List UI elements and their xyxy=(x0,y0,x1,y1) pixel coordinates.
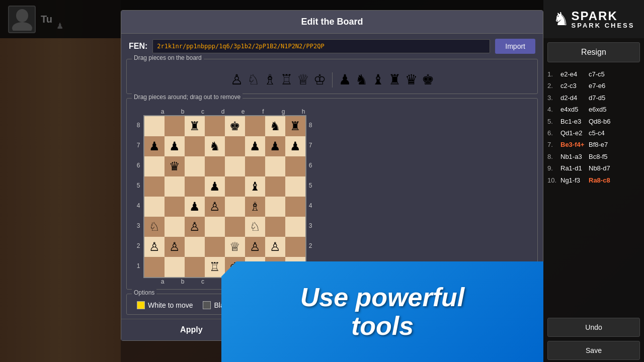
fen-input[interactable] xyxy=(152,39,490,53)
cell-f6[interactable] xyxy=(245,156,265,176)
move-black[interactable]: c7-c5 xyxy=(589,68,615,80)
cell-f5[interactable]: ♝ xyxy=(245,176,265,197)
black-to-move-checkbox[interactable] xyxy=(203,301,211,309)
cell-b8[interactable] xyxy=(165,116,185,136)
cell-b3[interactable] xyxy=(165,217,185,237)
move-white[interactable]: Qd1-e2 xyxy=(560,127,587,139)
cell-d5[interactable]: ♟ xyxy=(205,176,225,197)
move-white[interactable]: e2-e4 xyxy=(560,68,587,80)
cell-d3[interactable] xyxy=(205,217,225,237)
black-king-piece[interactable]: ♚ xyxy=(422,73,434,87)
cell-b6[interactable]: ♛ xyxy=(165,156,185,176)
cell-c6[interactable] xyxy=(185,156,205,176)
cell-b7[interactable]: ♟ xyxy=(165,136,185,156)
move-black[interactable]: e7-e6 xyxy=(589,80,615,92)
move-black[interactable]: Nb8-d7 xyxy=(589,162,615,174)
cell-h6[interactable] xyxy=(285,156,305,176)
cell-g3[interactable] xyxy=(265,217,285,237)
cell-c7[interactable] xyxy=(185,136,205,156)
move-white[interactable]: Be3-f4+ xyxy=(560,139,587,150)
cell-d2[interactable] xyxy=(205,237,225,257)
white-bishop-piece[interactable]: ♗ xyxy=(264,73,276,87)
white-king-piece[interactable]: ♔ xyxy=(313,73,326,87)
cell-d4[interactable]: ♙ xyxy=(205,197,225,217)
cell-h7[interactable]: ♟ xyxy=(285,136,305,156)
move-white[interactable]: Bc1-e3 xyxy=(560,116,587,127)
cell-e7[interactable] xyxy=(225,136,245,156)
cell-a3[interactable]: ♘ xyxy=(144,217,165,237)
cell-g6[interactable] xyxy=(265,156,285,176)
cell-f3[interactable]: ♘ xyxy=(245,217,265,237)
black-rook-piece[interactable]: ♜ xyxy=(388,73,401,87)
import-button[interactable]: Import xyxy=(495,39,535,54)
cell-h2[interactable] xyxy=(285,237,305,257)
cell-a7[interactable]: ♟ xyxy=(144,136,165,156)
cell-a2[interactable]: ♙ xyxy=(144,237,165,257)
resign-button[interactable]: Resign xyxy=(547,42,640,62)
cell-d1[interactable]: ♖ xyxy=(205,257,225,277)
cell-b5[interactable] xyxy=(165,176,185,197)
move-black[interactable]: Bc8-f5 xyxy=(589,151,615,162)
cell-f8[interactable] xyxy=(245,116,265,136)
move-white[interactable]: Nb1-a3 xyxy=(560,151,587,162)
white-knight-piece[interactable]: ♘ xyxy=(247,73,260,87)
cell-c4[interactable]: ♟ xyxy=(185,197,205,217)
cell-g7[interactable]: ♟ xyxy=(265,136,285,156)
cell-e2[interactable]: ♕ xyxy=(225,237,245,257)
white-to-move-checkbox[interactable] xyxy=(137,301,145,309)
move-black[interactable]: e6xd5 xyxy=(589,104,615,115)
move-black[interactable]: d7-d5 xyxy=(589,92,615,104)
black-bishop-piece[interactable]: ♝ xyxy=(372,73,384,87)
cell-h5[interactable] xyxy=(285,176,305,197)
move-white[interactable]: d2-d4 xyxy=(560,92,587,104)
cell-e6[interactable] xyxy=(225,156,245,176)
black-queen-piece[interactable]: ♛ xyxy=(405,73,418,87)
undo-button[interactable]: Undo xyxy=(547,318,640,337)
cell-c5[interactable] xyxy=(185,176,205,197)
black-pawn-piece[interactable]: ♟ xyxy=(339,73,351,87)
white-pawn-piece[interactable]: ♙ xyxy=(230,73,243,87)
cell-g8[interactable]: ♞ xyxy=(265,116,285,136)
cell-b1[interactable] xyxy=(165,257,185,277)
cell-d8[interactable] xyxy=(205,116,225,136)
cell-h4[interactable] xyxy=(285,197,305,217)
cell-a5[interactable] xyxy=(144,176,165,197)
cell-d7[interactable]: ♞ xyxy=(205,136,225,156)
cell-g4[interactable] xyxy=(265,197,285,217)
cell-h3[interactable] xyxy=(285,217,305,237)
cell-d6[interactable] xyxy=(205,156,225,176)
cell-c8[interactable]: ♜ xyxy=(185,116,205,136)
move-white[interactable]: Ng1-f3 xyxy=(560,174,587,186)
cell-e5[interactable] xyxy=(225,176,245,197)
cell-f4[interactable]: ♗ xyxy=(245,197,265,217)
cell-e3[interactable] xyxy=(225,217,245,237)
cell-f7[interactable]: ♟ xyxy=(245,136,265,156)
white-rook-piece[interactable]: ♖ xyxy=(280,73,293,87)
black-knight-piece[interactable]: ♞ xyxy=(355,73,368,87)
save-button[interactable]: Save xyxy=(547,341,640,360)
chess-board[interactable]: ♜♚♞♜♟♟♞♟♟♟♛♟♝♟♙♗♘♙♘♙♙♕♙♙♖♔♗♖ xyxy=(143,115,306,278)
move-white[interactable]: Ra1-d1 xyxy=(560,162,587,174)
cell-e8[interactable]: ♚ xyxy=(225,116,245,136)
move-white[interactable]: c2-c3 xyxy=(560,80,587,92)
cell-a8[interactable] xyxy=(144,116,165,136)
move-white[interactable]: e4xd5 xyxy=(560,104,587,115)
white-queen-piece[interactable]: ♕ xyxy=(297,73,309,87)
cell-g5[interactable] xyxy=(265,176,285,197)
move-black[interactable]: Bf8-e7 xyxy=(589,139,615,150)
cell-e4[interactable] xyxy=(225,197,245,217)
cell-c1[interactable] xyxy=(185,257,205,277)
move-black[interactable]: Qd8-b6 xyxy=(589,116,615,127)
cell-h8[interactable]: ♜ xyxy=(285,116,305,136)
cell-a6[interactable] xyxy=(144,156,165,176)
cell-c2[interactable] xyxy=(185,237,205,257)
move-black[interactable]: c5-c4 xyxy=(589,127,615,139)
cell-a4[interactable] xyxy=(144,197,165,217)
cell-b2[interactable]: ♙ xyxy=(165,237,185,257)
cell-c3[interactable]: ♙ xyxy=(185,217,205,237)
cell-a1[interactable] xyxy=(144,257,165,277)
cell-f2[interactable]: ♙ xyxy=(245,237,265,257)
cell-g2[interactable]: ♙ xyxy=(265,237,285,257)
cell-b4[interactable] xyxy=(165,197,185,217)
move-black[interactable]: Ra8-c8 xyxy=(589,174,615,186)
